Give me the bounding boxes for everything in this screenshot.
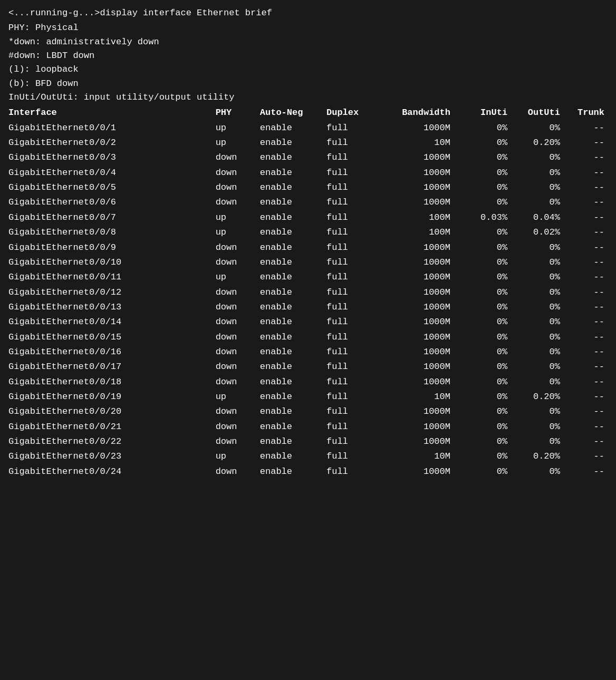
cell-duplex-0: full [326,121,378,135]
col-header-phy: PHY [216,105,260,120]
cell-duplex-13: full [326,315,378,329]
cell-autoneg-1: enable [260,135,326,150]
cell-duplex-14: full [326,330,378,345]
cell-bandwidth-10: 1000M [378,270,461,285]
table-row: GigabitEthernet0/0/9downenablefull1000M0… [8,240,608,255]
cell-inuti-0: 0% [461,121,513,135]
cell-inuti-4: 0% [461,180,513,195]
cell-phy-7: up [216,225,260,240]
cell-phy-12: down [216,300,260,315]
cell-phy-18: up [216,390,260,404]
cell-interface-8: GigabitEthernet0/0/9 [8,240,216,255]
cell-bandwidth-8: 1000M [378,240,461,255]
cell-trunk-10: -- [565,270,608,285]
cell-bandwidth-23: 1000M [378,464,461,479]
cell-inuti-23: 0% [461,464,513,479]
legend-line-2: #down: LBDT down [8,49,608,63]
cell-oututi-9: 0% [513,255,565,270]
cell-autoneg-2: enable [260,150,326,165]
cell-inuti-18: 0% [461,390,513,404]
cell-trunk-19: -- [565,404,608,419]
cell-phy-16: down [216,360,260,374]
cell-interface-13: GigabitEthernet0/0/14 [8,315,216,329]
cell-inuti-9: 0% [461,255,513,270]
cell-inuti-10: 0% [461,270,513,285]
cell-inuti-22: 0% [461,449,513,464]
legend-line-4: (b): BFD down [8,77,608,91]
cell-trunk-4: -- [565,180,608,195]
cell-phy-1: up [216,135,260,150]
cell-trunk-21: -- [565,434,608,449]
cell-interface-21: GigabitEthernet0/0/22 [8,434,216,449]
cell-bandwidth-12: 1000M [378,300,461,315]
cell-duplex-4: full [326,180,378,195]
cell-interface-0: GigabitEthernet0/0/1 [8,121,216,135]
cell-inuti-16: 0% [461,360,513,374]
cell-phy-20: down [216,420,260,434]
cell-oututi-15: 0% [513,345,565,360]
cell-interface-18: GigabitEthernet0/0/19 [8,390,216,404]
cell-autoneg-18: enable [260,390,326,404]
cell-phy-0: up [216,121,260,135]
cell-interface-6: GigabitEthernet0/0/7 [8,210,216,225]
col-header-inuti: InUti [461,105,513,120]
cell-phy-6: up [216,210,260,225]
col-header-bandwidth: Bandwidth [378,105,461,120]
table-row: GigabitEthernet0/0/2upenablefull10M0%0.2… [8,135,608,150]
cell-bandwidth-6: 100M [378,210,461,225]
cell-autoneg-14: enable [260,330,326,345]
cell-trunk-13: -- [565,315,608,329]
table-row: GigabitEthernet0/0/17downenablefull1000M… [8,360,608,374]
cell-duplex-22: full [326,449,378,464]
cell-interface-11: GigabitEthernet0/0/12 [8,285,216,300]
cell-oututi-1: 0.20% [513,135,565,150]
cell-interface-4: GigabitEthernet0/0/5 [8,180,216,195]
cell-interface-10: GigabitEthernet0/0/11 [8,270,216,285]
cell-autoneg-12: enable [260,300,326,315]
col-header-oututi: OutUti [513,105,565,120]
cell-duplex-8: full [326,240,378,255]
cell-bandwidth-4: 1000M [378,180,461,195]
cell-inuti-3: 0% [461,166,513,180]
cell-oututi-12: 0% [513,300,565,315]
cell-oututi-19: 0% [513,404,565,419]
cell-bandwidth-16: 1000M [378,360,461,374]
cell-duplex-10: full [326,270,378,285]
legend-line-0: PHY: Physical [8,21,608,35]
cell-autoneg-5: enable [260,195,326,210]
cell-interface-1: GigabitEthernet0/0/2 [8,135,216,150]
cell-bandwidth-2: 1000M [378,150,461,165]
terminal-output: <...running-g...>display interface Ether… [8,6,608,479]
cell-phy-3: down [216,166,260,180]
cell-inuti-11: 0% [461,285,513,300]
cell-oututi-0: 0% [513,121,565,135]
cell-trunk-7: -- [565,225,608,240]
table-row: GigabitEthernet0/0/12downenablefull1000M… [8,285,608,300]
table-row: GigabitEthernet0/0/8upenablefull100M0%0.… [8,225,608,240]
cell-inuti-14: 0% [461,330,513,345]
cell-oututi-10: 0% [513,270,565,285]
cell-trunk-0: -- [565,121,608,135]
cell-duplex-3: full [326,166,378,180]
cell-autoneg-23: enable [260,464,326,479]
legend-line-5: InUti/OutUti: input utility/output utili… [8,91,608,104]
cell-autoneg-19: enable [260,404,326,419]
cell-phy-13: down [216,315,260,329]
cell-phy-19: down [216,404,260,419]
cell-phy-14: down [216,330,260,345]
cell-duplex-1: full [326,135,378,150]
cell-trunk-11: -- [565,285,608,300]
cell-bandwidth-3: 1000M [378,166,461,180]
cell-inuti-6: 0.03% [461,210,513,225]
cell-trunk-15: -- [565,345,608,360]
col-header-autoneg: Auto-Neg [260,105,326,120]
cell-bandwidth-19: 1000M [378,404,461,419]
table-row: GigabitEthernet0/0/4downenablefull1000M0… [8,166,608,180]
cell-oututi-13: 0% [513,315,565,329]
table-row: GigabitEthernet0/0/11upenablefull1000M0%… [8,270,608,285]
cell-phy-17: down [216,375,260,390]
cell-interface-19: GigabitEthernet0/0/20 [8,404,216,419]
table-row: GigabitEthernet0/0/15downenablefull1000M… [8,330,608,345]
cell-bandwidth-0: 1000M [378,121,461,135]
cell-interface-9: GigabitEthernet0/0/10 [8,255,216,270]
